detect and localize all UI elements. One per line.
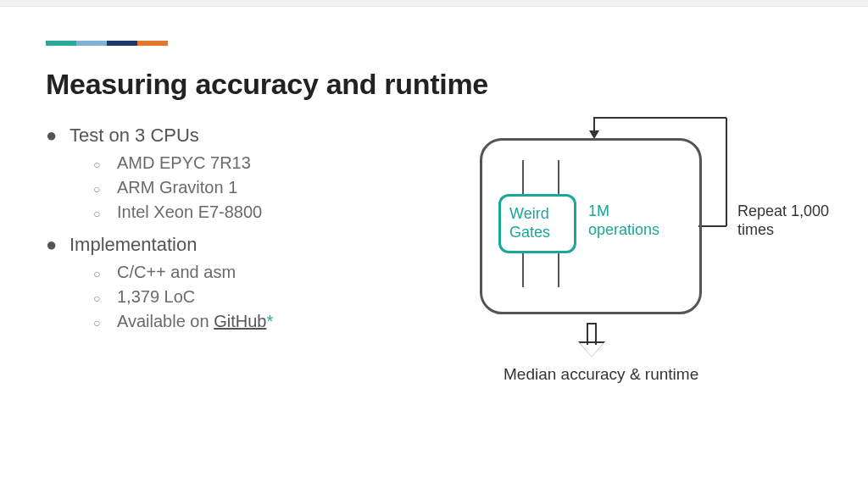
wire xyxy=(558,160,559,194)
weird-gates-l2: Gates xyxy=(509,224,574,242)
circle-icon: ○ xyxy=(93,207,117,220)
cpu-item-label: ARM Graviton 1 xyxy=(117,178,237,197)
bullet-dot-icon: ● xyxy=(46,125,70,147)
median-label: Median accuracy & runtime xyxy=(504,365,698,384)
bullet-cpus-label: Test on 3 CPUs xyxy=(70,125,199,147)
diagram-column: Weird Gates 1M operations Repeat 1,000 t… xyxy=(461,125,822,343)
github-asterisk: * xyxy=(266,312,273,330)
repeat-l1: Repeat 1,000 xyxy=(737,202,829,221)
list-item: ○AMD EPYC 7R13 xyxy=(93,153,444,173)
impl-item-label: 1,379 LoC xyxy=(117,287,195,307)
cpu-item-label: Intel Xeon E7-8800 xyxy=(117,202,262,222)
loop-wire xyxy=(593,117,726,119)
weird-gates-l1: Weird xyxy=(509,205,574,224)
github-link[interactable]: GitHub xyxy=(214,312,266,330)
one-m-label: 1M operations xyxy=(588,202,659,239)
wire xyxy=(522,160,524,194)
wire xyxy=(558,253,559,287)
one-m-l1: 1M xyxy=(588,202,659,221)
one-m-l2: operations xyxy=(588,221,659,240)
list-item: ○Intel Xeon E7-8800 xyxy=(93,202,444,222)
circle-icon: ○ xyxy=(93,182,117,196)
slide: Measuring accuracy and runtime ● Test on… xyxy=(0,41,868,488)
bullet-column: ● Test on 3 CPUs ○AMD EPYC 7R13 ○ARM Gra… xyxy=(46,125,444,343)
circle-icon: ○ xyxy=(93,291,117,305)
repeat-label: Repeat 1,000 times xyxy=(737,202,829,239)
circle-icon: ○ xyxy=(93,267,117,280)
impl-github-row: Available on GitHub* xyxy=(117,312,273,331)
repeat-l2: times xyxy=(737,221,829,240)
list-item: ○C/C++ and asm xyxy=(93,263,444,282)
wire xyxy=(522,253,524,287)
circle-icon: ○ xyxy=(93,316,117,330)
cpu-item-label: AMD EPYC 7R13 xyxy=(117,153,251,173)
accent-seg-teal xyxy=(46,41,76,46)
weird-gates-box: Weird Gates xyxy=(498,194,576,253)
list-item: ○1,379 LoC xyxy=(93,287,444,307)
browser-chrome-bar xyxy=(0,0,868,7)
impl-github-prefix: Available on xyxy=(117,312,214,330)
list-item: ○ Available on GitHub* xyxy=(93,312,444,331)
content-row: ● Test on 3 CPUs ○AMD EPYC 7R13 ○ARM Gra… xyxy=(46,125,822,343)
slide-title: Measuring accuracy and runtime xyxy=(46,68,822,101)
diagram: Weird Gates 1M operations Repeat 1,000 t… xyxy=(470,118,834,397)
list-item: ○ARM Graviton 1 xyxy=(93,178,444,197)
accent-seg-orange xyxy=(137,41,168,46)
bullet-impl-label: Implementation xyxy=(70,234,197,256)
impl-item-label: C/C++ and asm xyxy=(117,263,236,282)
bullet-dot-icon: ● xyxy=(46,234,70,256)
accent-seg-lightblue xyxy=(76,41,107,46)
circle-icon: ○ xyxy=(93,158,117,171)
bullet-cpus: ● Test on 3 CPUs ○AMD EPYC 7R13 ○ARM Gra… xyxy=(46,125,444,222)
outline-arrow-down-icon xyxy=(581,323,602,357)
bullet-impl: ● Implementation ○C/C++ and asm ○1,379 L… xyxy=(46,234,444,331)
loop-wire xyxy=(698,225,726,227)
loop-wire xyxy=(726,118,727,226)
accent-seg-navy xyxy=(107,41,137,46)
accent-bar xyxy=(46,41,168,46)
